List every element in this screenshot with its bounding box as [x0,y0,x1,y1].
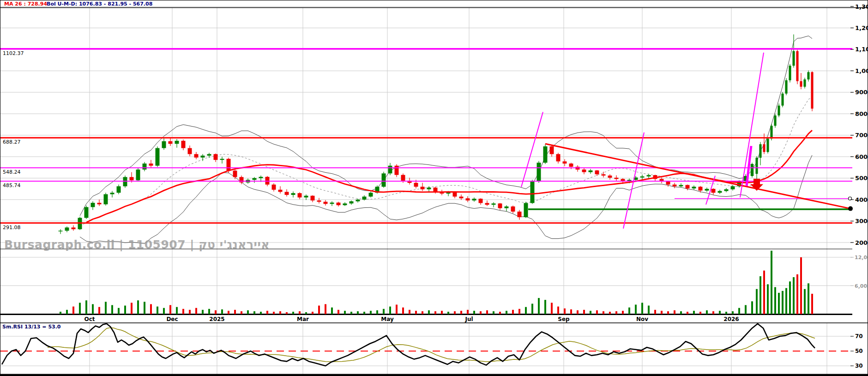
svg-text:Nov: Nov [636,316,648,322]
svg-text:Oct: Oct [84,316,95,322]
svg-text:Sep: Sep [558,316,570,322]
svg-text:700: 700 [855,132,868,139]
rsi-indicator-label: Sm.RSI 13/13 = 53.0 [2,324,61,330]
svg-text:485.74: 485.74 [3,182,21,188]
ma-indicator-label: MA 26 : 728.94 [4,1,47,7]
volume-layer [60,251,813,314]
svg-text:800: 800 [855,110,868,117]
bollinger-bands [80,36,812,244]
svg-text:70: 70 [855,333,863,340]
volume-axis: 12,0056,002 [850,255,868,289]
svg-text:50: 50 [855,348,863,354]
svg-text:2026: 2026 [723,316,739,322]
svg-text:688.27: 688.27 [3,139,21,145]
svg-text:30: 30 [855,363,863,369]
watermark-bursagraph: Bursagraph.co.il | 1105907 | אייראנג'י ט… [4,238,270,251]
x-axis-labels: OctDec2025MarMayJulSepNov2026 [84,316,739,322]
svg-text:200: 200 [855,239,868,246]
price-axis: 2003004005006007008009001,0001,1001,2001… [850,3,868,246]
svg-text:1,100: 1,100 [855,46,868,53]
svg-text:300: 300 [855,218,868,224]
svg-text:May: May [381,316,394,322]
svg-text:1,000: 1,000 [855,67,868,74]
rsi-axis: 305070 [850,333,863,369]
svg-text:1,200: 1,200 [855,24,868,31]
candles-layer [59,34,814,234]
svg-text:2025: 2025 [209,316,224,322]
bollinger-indicator-label: Bol U-M-D: 1076.83 - 821.95 - 567.08 [47,1,152,7]
svg-text:1102.37: 1102.37 [3,50,24,56]
svg-text:500: 500 [855,175,868,182]
svg-text:Dec: Dec [166,316,178,322]
svg-text:Mar: Mar [297,316,309,322]
chart-screen: 1102.37688.27548.24485.74291.08200300400… [0,0,868,376]
svg-text:291.08: 291.08 [3,224,21,230]
svg-text:1,300: 1,300 [855,3,868,10]
rsi-layer [0,324,852,366]
svg-text:400: 400 [855,196,868,203]
svg-text:548.24: 548.24 [3,169,21,175]
svg-text:600: 600 [855,153,868,160]
svg-text:6,002: 6,002 [855,283,868,289]
svg-text:12,005: 12,005 [855,255,868,261]
price-chart-canvas: 1102.37688.27548.24485.74291.08200300400… [0,0,868,376]
svg-text:900: 900 [855,89,868,96]
svg-text:Jul: Jul [464,316,473,322]
level-lines: 1102.37688.27548.24485.74291.08 [0,49,852,230]
